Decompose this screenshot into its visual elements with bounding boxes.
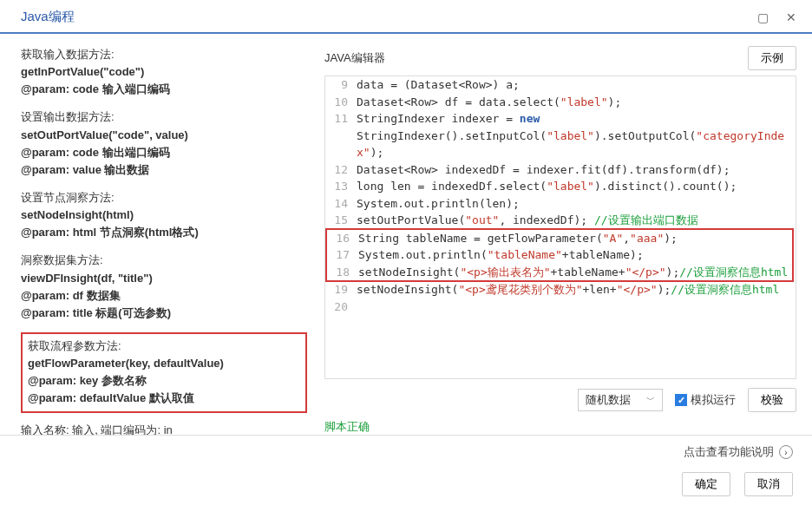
chevron-down-icon: ﹀ — [646, 394, 655, 406]
check-icon: ✓ — [675, 394, 687, 406]
select-value: 随机数据 — [586, 392, 631, 408]
help-param: @param: value 输出数据 — [21, 161, 307, 179]
code-editor[interactable]: 9data = (Dataset<Row>) a; 10Dataset<Row>… — [324, 75, 796, 379]
help-title: 设置节点洞察方法: — [21, 189, 307, 207]
help-param: @param: title 标题(可选参数) — [21, 305, 307, 322]
code-highlight-box: 16String tableName = getFlowParameter("A… — [325, 228, 794, 283]
help-getflowparam-highlight: 获取流程参数方法: getFlowParameter(key, defaultV… — [21, 332, 307, 413]
help-title: 洞察数据集方法: — [21, 252, 307, 269]
input-name-line: 输入名称: 输入, 端口编码为: in — [21, 422, 307, 435]
help-param: @param: defaultValue 默认取值 — [28, 390, 300, 407]
help-setoutport: 设置输出数据方法: setOutPortValue("code", value)… — [21, 108, 307, 179]
titlebar: Java编程 ▢ ✕ — [0, 0, 812, 34]
example-button[interactable]: 示例 — [748, 46, 796, 70]
editor-panel: JAVA编辑器 示例 9data = (Dataset<Row>) a; 10D… — [324, 46, 796, 435]
footer: 点击查看功能说明 › 确定 取消 — [0, 435, 812, 505]
help-param: @param: df 数据集 — [21, 287, 307, 305]
help-viewdf: 洞察数据集方法: viewDFInsight(df, "title") @par… — [21, 252, 307, 322]
validate-button[interactable]: 校验 — [748, 388, 796, 412]
simulate-run-checkbox[interactable]: ✓ 模拟运行 — [675, 392, 736, 408]
maximize-icon[interactable]: ▢ — [757, 10, 769, 24]
data-source-select[interactable]: 随机数据 ﹀ — [578, 389, 663, 411]
close-icon[interactable]: ✕ — [786, 10, 796, 24]
help-title: 设置输出数据方法: — [21, 108, 307, 126]
help-param: @param: code 输出端口编码 — [21, 144, 307, 161]
help-param: @param: code 输入端口编码 — [21, 81, 307, 98]
editor-controls: 随机数据 ﹀ ✓ 模拟运行 校验 — [324, 388, 796, 412]
help-title: 获取输入数据方法: — [21, 46, 307, 63]
editor-label: JAVA编辑器 — [324, 50, 385, 66]
help-param: @param: key 参数名称 — [28, 372, 300, 390]
ok-button[interactable]: 确定 — [682, 472, 730, 496]
cancel-button[interactable]: 取消 — [744, 472, 793, 496]
help-param: @param: html 节点洞察(html格式) — [21, 224, 307, 241]
help-sig: setOutPortValue("code", value) — [21, 127, 307, 144]
script-status: 脚本正确 — [324, 419, 796, 435]
editor-header: JAVA编辑器 示例 — [324, 46, 796, 70]
window-title: Java编程 — [21, 9, 75, 25]
checkbox-label: 模拟运行 — [691, 392, 736, 408]
help-sig: setNodeInsight(html) — [21, 207, 307, 224]
help-sig: viewDFInsight(df, "title") — [21, 270, 307, 287]
help-sig: getInPortValue("code") — [21, 63, 307, 81]
help-sig: getFlowParameter(key, defaultValue) — [28, 355, 300, 372]
help-panel: 获取输入数据方法: getInPortValue("code") @param:… — [21, 46, 307, 435]
help-setnodeinsight: 设置节点洞察方法: setNodeInsight(html) @param: h… — [21, 189, 307, 241]
main-content: 获取输入数据方法: getInPortValue("code") @param:… — [0, 34, 812, 435]
link-label: 点击查看功能说明 — [684, 444, 774, 460]
arrow-right-icon: › — [779, 445, 793, 459]
window-controls: ▢ ✕ — [757, 10, 796, 24]
help-getinport: 获取输入数据方法: getInPortValue("code") @param:… — [21, 46, 307, 98]
help-title: 获取流程参数方法: — [28, 338, 300, 355]
more-info-link[interactable]: 点击查看功能说明 › — [684, 444, 793, 460]
